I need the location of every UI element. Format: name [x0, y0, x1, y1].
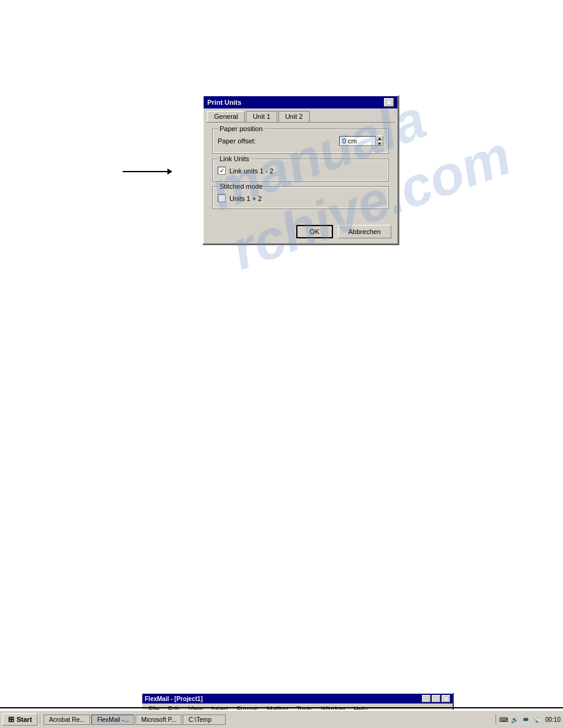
- link-units-checkbox-label: Link units 1 - 2: [229, 167, 274, 175]
- dialog-content: Paper position Paper offset: 0 cm ▲ ▼: [206, 122, 395, 220]
- spinner-up[interactable]: ▲: [376, 135, 383, 140]
- paper-offset-label: Paper offset:: [218, 137, 256, 145]
- taskbar-item-ctemp[interactable]: C:\Temp: [183, 715, 226, 725]
- bottom-section: manualarchive.com FlexMail - [Project1] …: [0, 343, 563, 650]
- tray-icon-3: 💻: [521, 715, 530, 724]
- taskbar-sep: [40, 715, 41, 724]
- system-tray: ⌨ 🔊 💻 📡 00:10: [496, 715, 561, 724]
- top-section: Print Units ✕ General Unit 1 Unit 2 Pape…: [0, 0, 563, 343]
- tab-unit2[interactable]: Unit 2: [278, 111, 310, 122]
- stitched-mode-group: Stitched mode Units 1 + 2: [212, 186, 389, 209]
- close-button[interactable]: ✕: [442, 695, 450, 702]
- taskbar-item-microsoft[interactable]: Microsoft P...: [136, 715, 182, 725]
- paper-offset-spinner[interactable]: ▲ ▼: [376, 135, 383, 146]
- tab-general[interactable]: General: [207, 111, 245, 122]
- taskbar-item-acrobat[interactable]: Acrobat Re...: [44, 715, 90, 725]
- clock: 00:10: [543, 716, 561, 723]
- stitched-mode-label: Stitched mode: [218, 183, 264, 190]
- print-units-dialog: Print Units ✕ General Unit 1 Unit 2 Pape…: [202, 95, 399, 245]
- dialog-footer: OK Abbrechen: [204, 220, 397, 243]
- cancel-button[interactable]: Abbrechen: [338, 225, 391, 238]
- windows-logo: ⊞: [8, 715, 14, 724]
- paper-position-group: Paper position Paper offset: 0 cm ▲ ▼: [212, 129, 389, 154]
- link-units-row: Link units 1 - 2: [218, 165, 383, 176]
- start-button[interactable]: ⊞ Start: [2, 713, 37, 726]
- taskbar: ⊞ Start Acrobat Re... FlexMail -... Micr…: [0, 710, 563, 728]
- app-titlebar: FlexMail - [Project1] _ □ ✕: [142, 694, 453, 703]
- dialog-titlebar: Print Units ✕: [204, 96, 397, 108]
- minimize-button[interactable]: _: [422, 695, 431, 702]
- taskbar-item-flexmail[interactable]: FlexMail -...: [91, 715, 134, 725]
- stitched-mode-checkbox[interactable]: [218, 194, 226, 202]
- link-units-group: Link Units Link units 1 - 2: [212, 159, 389, 181]
- paper-offset-value[interactable]: 0 cm: [339, 136, 376, 146]
- link-units-checkbox[interactable]: [218, 167, 226, 175]
- dialog-close-button[interactable]: ✕: [384, 98, 394, 107]
- stitched-mode-row: Units 1 + 2: [218, 193, 383, 203]
- spinner-down[interactable]: ▼: [376, 141, 383, 146]
- arrow-line: [123, 171, 172, 172]
- bottom-line: [0, 707, 563, 708]
- tab-unit1[interactable]: Unit 1: [246, 111, 277, 122]
- paper-position-label: Paper position: [218, 125, 264, 132]
- tray-icon-1: ⌨: [499, 715, 508, 724]
- dialog-title: Print Units: [207, 99, 242, 106]
- link-units-label: Link Units: [218, 155, 251, 162]
- stitched-mode-checkbox-label: Units 1 + 2: [229, 195, 262, 202]
- dialog-tabs: General Unit 1 Unit 2: [204, 108, 397, 122]
- app-title: FlexMail - [Project1]: [145, 696, 202, 702]
- maximize-button[interactable]: □: [432, 695, 440, 702]
- tray-icon-2: 🔊: [510, 715, 519, 724]
- ok-button[interactable]: OK: [296, 225, 333, 238]
- titlebar-controls: _ □ ✕: [422, 695, 450, 702]
- tray-icon-4: 📡: [532, 715, 542, 724]
- paper-offset-row: Paper offset: 0 cm ▲ ▼: [218, 135, 383, 146]
- arrow-indicator: [123, 171, 172, 172]
